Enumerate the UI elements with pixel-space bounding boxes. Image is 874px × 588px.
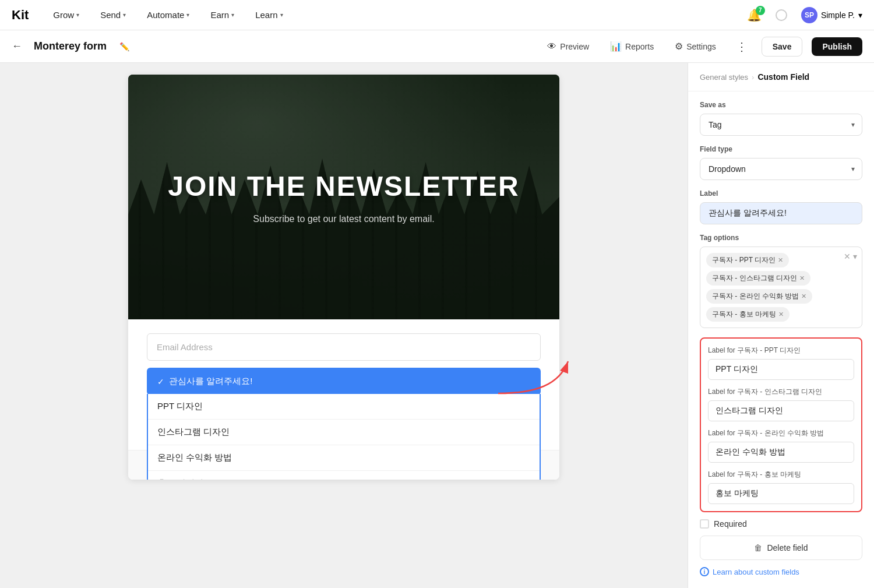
save-button[interactable]: Save [762,37,803,57]
required-checkbox[interactable] [700,519,709,529]
dropdown-selected-option[interactable]: ✓ 관심사를 알려주세요! [148,369,540,394]
chevron-down-icon: ▾ [76,12,79,18]
breadcrumb-current: Custom Field [757,72,809,82]
tags-controls: ✕ ▾ [844,252,857,261]
hero-title: JOIN THE NEWSLETTER [168,170,519,202]
more-options-button[interactable]: ⋮ [731,37,752,56]
chart-icon: 📊 [610,41,622,52]
field-type-section: Field type Dropdown Text Radio ▾ [688,145,874,189]
hero-subtitle: Subscribe to get our latest content by e… [168,214,519,224]
learn-custom-fields-link[interactable]: i Learn about custom fields [688,560,874,583]
tag-chip: 구독자 - 인스타그램 디자인 ✕ [706,271,810,286]
tag-chip: 구독자 - 홍보 마케팅 ✕ [706,307,790,322]
breadcrumb-parent[interactable]: General styles [700,73,748,82]
tags-box: 구독자 - PPT 디자인 ✕ 구독자 - 인스타그램 디자인 ✕ 구독자 - … [700,247,862,328]
back-button[interactable]: ← [12,40,22,52]
dropdown-option[interactable]: 온라인 수익화 방법 [148,445,540,471]
sidebar: General styles › Custom Field Save as Ta… [688,63,874,588]
chevron-down-icon: ▾ [858,10,862,20]
hero-content: JOIN THE NEWSLETTER Subscribe to get our… [168,170,519,224]
tag-chip: 구독자 - 온라인 수익화 방법 ✕ [706,289,812,304]
dropdown-option[interactable]: 인스타그램 디자인 [148,420,540,445]
save-as-select-wrapper: Tag Custom field ▾ [700,114,862,136]
label-label: Label [700,189,862,198]
status-circle[interactable] [776,9,787,21]
username-label: Simple P. [821,10,855,20]
custom-label-title: Label for 구독자 - 인스타그램 디자인 [708,387,854,397]
tag-options-section: Tag options 구독자 - PPT 디자인 ✕ 구독자 - 인스타그램 … [688,234,874,337]
custom-label-row: Label for 구독자 - PPT 디자인 [708,346,854,380]
reports-button[interactable]: 📊 Reports [604,37,660,55]
info-icon: i [700,567,709,576]
publish-button[interactable]: Publish [812,37,862,56]
custom-label-title: Label for 구독자 - PPT 디자인 [708,346,854,355]
nav-item-earn[interactable]: Earn ▾ [207,8,238,22]
email-input[interactable]: Email Address [147,333,541,361]
breadcrumb: General styles › Custom Field [688,63,874,91]
required-row: Required [688,512,874,536]
field-type-select[interactable]: Dropdown Text Radio [700,159,862,179]
trash-icon: 🗑 [754,543,762,552]
custom-label-input[interactable] [708,442,854,463]
preview-button[interactable]: 👁 Preview [541,38,595,55]
tag-options-label: Tag options [700,234,862,242]
custom-label-title: Label for 구독자 - 온라인 수익화 방법 [708,428,854,438]
form-body: Email Address ✓ 관심사를 알려주세요! PPT 디자인 인스타그… [128,319,559,450]
save-as-section: Save as Tag Custom field ▾ [688,91,874,145]
nav-item-automate[interactable]: Automate ▾ [143,8,193,22]
user-menu[interactable]: SP Simple P. ▾ [801,7,862,23]
custom-label-row: Label for 구독자 - 온라인 수익화 방법 [708,428,854,463]
dropdown-option[interactable]: 홍보 마케팅 [148,471,540,480]
custom-label-input[interactable] [708,359,854,380]
label-section: Label [688,189,874,234]
save-as-select[interactable]: Tag Custom field [700,114,862,135]
field-type-label: Field type [700,145,862,153]
required-label: Required [714,519,747,529]
form-hero: JOIN THE NEWSLETTER Subscribe to get our… [128,75,559,319]
tag-chip: 구독자 - PPT 디자인 ✕ [706,253,789,267]
custom-label-row: Label for 구독자 - 홍보 마케팅 [708,470,854,504]
tag-remove-icon[interactable]: ✕ [799,274,805,282]
app-logo[interactable]: Kit [12,8,29,23]
chevron-down-icon: ▾ [280,12,283,18]
chevron-down-icon: ▾ [231,12,234,18]
custom-label-input[interactable] [708,483,854,504]
eye-icon: 👁 [547,41,556,52]
custom-label-title: Label for 구독자 - 홍보 마케팅 [708,470,854,480]
settings-button[interactable]: ⚙ Settings [669,37,722,55]
dropdown-options-list: PPT 디자인 인스타그램 디자인 온라인 수익화 방법 홍보 마케팅 [147,394,541,480]
label-input[interactable] [700,202,862,224]
form-preview: JOIN THE NEWSLETTER Subscribe to get our… [128,75,559,480]
top-nav: Kit Grow ▾ Send ▾ Automate ▾ Earn ▾ Lear… [0,0,874,30]
tag-remove-icon[interactable]: ✕ [778,311,784,318]
field-type-select-wrapper: Dropdown Text Radio ▾ [700,158,862,180]
notification-badge: 7 [756,6,765,15]
tag-remove-icon[interactable]: ✕ [778,256,783,264]
chevron-down-icon: ▾ [186,12,189,18]
avatar: SP [801,7,817,23]
notifications-bell[interactable]: 🔔 7 [747,8,762,22]
sliders-icon: ⚙ [675,41,683,52]
save-as-label: Save as [700,101,862,109]
nav-item-learn[interactable]: Learn ▾ [252,8,286,22]
chevron-down-icon: ▾ [123,12,126,18]
custom-label-row: Label for 구독자 - 인스타그램 디자인 [708,387,854,421]
close-tags-icon[interactable]: ✕ [844,252,851,261]
custom-label-input[interactable] [708,400,854,421]
main-area: JOIN THE NEWSLETTER Subscribe to get our… [0,63,874,588]
custom-labels-section: Label for 구독자 - PPT 디자인 Label for 구독자 - … [700,337,862,512]
edit-icon[interactable]: ✏️ [119,42,129,51]
tag-remove-icon[interactable]: ✕ [801,293,806,300]
delete-field-button[interactable]: 🗑 Delete field [700,536,862,560]
form-title: Monterey form [34,40,107,52]
chevron-down-icon[interactable]: ▾ [853,252,857,261]
secondary-nav: ← Monterey form ✏️ 👁 Preview 📊 Reports ⚙… [0,30,874,63]
dropdown-option[interactable]: PPT 디자인 [148,394,540,420]
canvas-area: JOIN THE NEWSLETTER Subscribe to get our… [0,63,688,588]
nav-item-send[interactable]: Send ▾ [97,8,129,22]
check-icon: ✓ [157,377,164,386]
dropdown-field[interactable]: ✓ 관심사를 알려주세요! PPT 디자인 인스타그램 디자인 온라인 수익화 … [147,368,541,395]
nav-item-grow[interactable]: Grow ▾ [50,8,83,22]
dropdown-selected-label: 관심사를 알려주세요! [169,376,252,387]
chevron-right-icon: › [752,73,754,82]
